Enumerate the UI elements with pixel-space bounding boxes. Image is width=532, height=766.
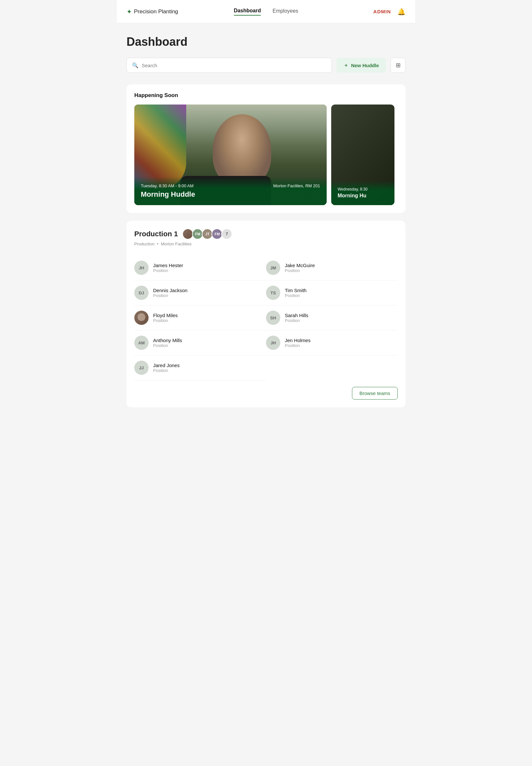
happening-soon-label: Happening Soon: [134, 92, 398, 99]
member-row: JH Jen Holmes Position: [266, 330, 398, 355]
nav-employees[interactable]: Employees: [272, 8, 298, 15]
member-name: Anthony Mills: [153, 337, 182, 343]
member-position: Position: [153, 293, 187, 298]
member-name: Floyd Miles: [153, 312, 178, 318]
grid-icon: ⊞: [396, 62, 401, 69]
avatar-count: 7: [221, 228, 232, 239]
search-input[interactable]: [142, 63, 326, 68]
nav-links: Dashboard Employees: [234, 8, 298, 16]
member-avatar: AM: [134, 335, 149, 350]
page-title: Dashboard: [127, 35, 405, 49]
bell-icon[interactable]: 🔔: [397, 8, 405, 16]
plus-icon: ＋: [344, 62, 348, 68]
grid-view-button[interactable]: ⊞: [391, 58, 405, 73]
event-time-small: Wednesday, 8:30: [338, 187, 388, 191]
logo-text: Precision Planting: [134, 8, 178, 15]
avatar-photo: [182, 228, 193, 239]
avatar-fm: FM: [192, 228, 203, 239]
member-position: Position: [153, 368, 180, 373]
search-box[interactable]: 🔍: [127, 58, 332, 73]
happening-soon-section: Happening Soon Tuesday, 8:30 AM - 9:00 A…: [127, 84, 405, 213]
member-name: Jared Jones: [153, 362, 180, 368]
nav-dashboard[interactable]: Dashboard: [234, 8, 261, 16]
event-time-main: Tuesday, 8:30 AM - 9:00 AM: [141, 183, 194, 188]
member-avatar: JH: [266, 335, 280, 350]
member-position: Position: [153, 268, 183, 273]
member-name: Sarah Hills: [285, 312, 308, 318]
member-info: Anthony Mills Position: [153, 337, 182, 348]
member-avatar: TS: [266, 286, 280, 300]
logo-icon: ✦: [127, 8, 132, 16]
avatar-jt: JT: [202, 228, 213, 239]
member-info: Jake McGuire Position: [285, 262, 315, 273]
members-grid: JH James Hester Position JM Jake McGuire…: [134, 255, 398, 380]
member-position: Position: [153, 343, 182, 348]
member-position: Position: [285, 268, 315, 273]
member-row: JH James Hester Position: [134, 255, 266, 280]
nav-right: ADMIN 🔔: [298, 8, 405, 16]
team-header: Production 1 FM JT FM 7: [134, 228, 398, 239]
member-row: JJ Jared Jones Position: [134, 355, 266, 380]
team-footer: Browse teams: [134, 380, 398, 400]
member-avatar: JJ: [134, 360, 149, 375]
event-card-main[interactable]: Tuesday, 8:30 AM - 9:00 AM Morton Facili…: [134, 104, 327, 205]
event-card-small[interactable]: Wednesday, 8:30 Morning Hu: [331, 104, 394, 205]
search-icon: 🔍: [132, 62, 139, 68]
browse-teams-button[interactable]: Browse teams: [352, 387, 398, 400]
member-avatar: DJ: [134, 286, 149, 300]
member-info: James Hester Position: [153, 262, 183, 273]
member-row: AM Anthony Mills Position: [134, 330, 266, 355]
event-overlay-small: Wednesday, 8:30 Morning Hu: [331, 180, 394, 205]
member-name: Jake McGuire: [285, 262, 315, 268]
member-info: Tim Smith Position: [285, 287, 307, 298]
member-position: Position: [285, 343, 310, 348]
event-title-small: Morning Hu: [338, 193, 388, 199]
avatar-group: FM JT FM 7: [182, 228, 232, 239]
member-row: SH Sarah Hills Position: [266, 305, 398, 330]
member-row: Floyd Miles Position: [134, 305, 266, 330]
member-row: JM Jake McGuire Position: [266, 255, 398, 280]
member-avatar: SH: [266, 310, 280, 325]
member-position: Position: [285, 318, 308, 323]
new-huddle-button[interactable]: ＋ New Huddle: [336, 58, 386, 73]
main-content: Dashboard 🔍 ＋ New Huddle ⊞ Happening Soo…: [117, 23, 415, 420]
member-position: Position: [153, 318, 178, 323]
member-row: TS Tim Smith Position: [266, 280, 398, 305]
member-info: Floyd Miles Position: [153, 312, 178, 323]
logo: ✦ Precision Planting: [127, 8, 234, 16]
navbar: ✦ Precision Planting Dashboard Employees…: [117, 0, 415, 23]
event-title-main: Morning Huddle: [141, 190, 320, 199]
member-info: Dennis Jackson Position: [153, 287, 187, 298]
member-info: Sarah Hills Position: [285, 312, 308, 323]
event-location-main: Morton Facilites, RM 201: [273, 183, 320, 188]
admin-label: ADMIN: [373, 9, 391, 14]
member-avatar: JM: [266, 261, 280, 275]
search-row: 🔍 ＋ New Huddle ⊞: [127, 58, 405, 73]
team-card: Production 1 FM JT FM 7 Production • Mor…: [127, 221, 405, 407]
member-row: DJ Dennis Jackson Position: [134, 280, 266, 305]
member-avatar-photo: [134, 310, 149, 325]
team-location: Morton Facilities: [161, 241, 192, 246]
member-name: James Hester: [153, 262, 183, 268]
member-name: Jen Holmes: [285, 337, 310, 343]
new-huddle-label: New Huddle: [351, 63, 379, 68]
member-info: Jen Holmes Position: [285, 337, 310, 348]
event-overlay-main: Tuesday, 8:30 AM - 9:00 AM Morton Facili…: [134, 177, 327, 205]
member-name: Tim Smith: [285, 287, 307, 293]
member-position: Position: [285, 293, 307, 298]
events-row: Tuesday, 8:30 AM - 9:00 AM Morton Facili…: [134, 104, 398, 205]
avatar-fm2: FM: [212, 228, 223, 239]
team-name: Production 1: [134, 230, 178, 238]
member-info: Jared Jones Position: [153, 362, 180, 373]
team-subtitle: Production • Morton Facilities: [134, 241, 398, 246]
event-meta-main: Tuesday, 8:30 AM - 9:00 AM Morton Facili…: [141, 183, 320, 188]
member-name: Dennis Jackson: [153, 287, 187, 293]
member-avatar: JH: [134, 261, 149, 275]
team-type: Production: [134, 241, 154, 246]
